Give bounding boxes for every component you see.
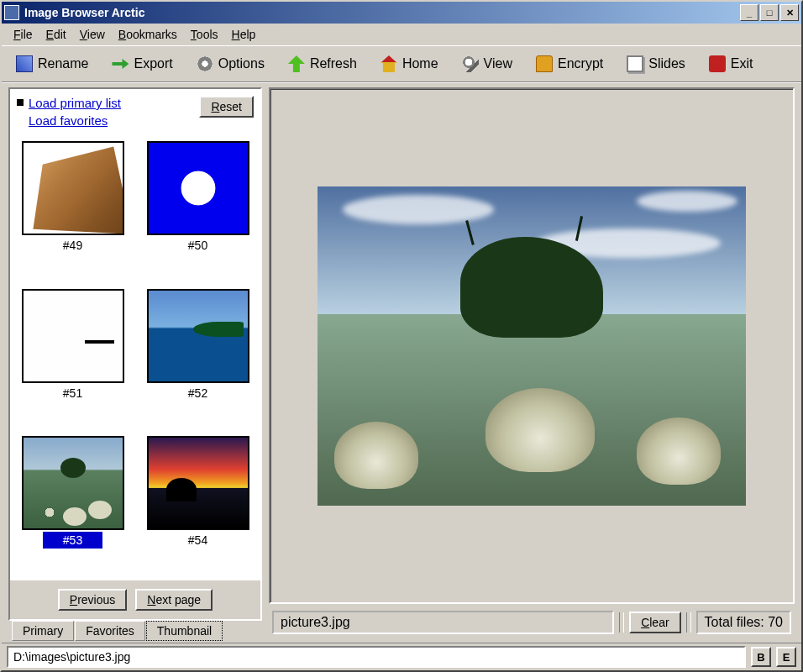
slides-icon	[627, 55, 643, 72]
thumbnail-53[interactable]: #53	[15, 436, 130, 577]
total-files-label: Total files: 70	[696, 611, 791, 634]
titlebar: Image Browser Arctic _ □ ✕	[2, 2, 801, 24]
window-title: Image Browser Arctic	[24, 6, 740, 19]
thumbnail-50[interactable]: #50	[140, 141, 255, 282]
menu-view[interactable]: View	[75, 26, 110, 43]
reset-button[interactable]: Reset	[199, 96, 254, 118]
tab-primary[interactable]: Primary	[12, 621, 74, 641]
clear-button[interactable]: Clear	[629, 612, 680, 633]
export-button[interactable]: Export	[104, 51, 186, 76]
content-area: Load primary list Load favorites Reset #…	[2, 84, 801, 643]
encrypt-button[interactable]: Encrypt	[528, 51, 617, 76]
lock-icon	[536, 55, 553, 72]
sidebar-tabs: Primary Favorites Thumbnail	[8, 621, 262, 641]
thumbnail-label: #50	[168, 237, 228, 254]
e-button[interactable]: E	[776, 647, 796, 667]
app-icon	[4, 5, 19, 20]
close-button[interactable]: ✕	[780, 4, 799, 21]
menu-tools[interactable]: Tools	[186, 26, 223, 43]
app-window: Image Browser Arctic _ □ ✕ File Edit Vie…	[0, 0, 803, 672]
menu-edit[interactable]: Edit	[41, 26, 71, 43]
b-button[interactable]: B	[751, 647, 771, 667]
tab-thumbnail[interactable]: Thumbnail	[146, 621, 223, 641]
next-page-button[interactable]: Next page	[135, 589, 213, 611]
menu-bookmarks[interactable]: Bookmarks	[113, 26, 182, 43]
tab-favorites[interactable]: Favorites	[75, 621, 145, 641]
thumbnail-label: #52	[168, 385, 228, 402]
power-icon	[709, 55, 726, 72]
export-icon	[112, 55, 129, 72]
refresh-icon	[288, 55, 305, 72]
menubar: File Edit View Bookmarks Tools Help	[2, 24, 801, 45]
view-button[interactable]: View	[454, 51, 527, 76]
thumbnail-label: #51	[43, 385, 102, 402]
rename-button[interactable]: Rename	[8, 51, 102, 76]
minimize-button[interactable]: _	[740, 4, 758, 21]
separator	[686, 612, 691, 633]
refresh-button[interactable]: Refresh	[281, 51, 371, 76]
rename-icon	[16, 55, 33, 72]
left-pane: Load primary list Load favorites Reset #…	[8, 87, 262, 641]
thumbnail-label: #49	[43, 237, 102, 254]
home-button[interactable]: Home	[373, 51, 453, 76]
thumbnail-panel: Load primary list Load favorites Reset #…	[8, 87, 262, 621]
search-icon	[462, 55, 479, 72]
thumbnail-grid: #49 #50 #51 #52	[10, 138, 260, 580]
options-button[interactable]: Options	[189, 51, 279, 76]
slides-button[interactable]: Slides	[619, 51, 700, 76]
maximize-button[interactable]: □	[760, 4, 779, 21]
thumbnail-54[interactable]: #54	[140, 436, 255, 577]
separator	[619, 612, 624, 633]
right-pane: picture3.jpg Clear Total files: 70	[269, 87, 795, 641]
thumbnail-label: #53	[43, 532, 102, 549]
previous-button[interactable]: Previous	[58, 589, 127, 611]
preview-panel	[269, 87, 795, 604]
preview-image	[318, 186, 746, 506]
toolbar: Rename Export Options Refresh Home View …	[2, 45, 801, 82]
thumbnail-52[interactable]: #52	[140, 289, 255, 430]
load-favorites-link[interactable]: Load favorites	[17, 113, 199, 128]
bullet-icon	[17, 99, 24, 106]
filename-field: picture3.jpg	[272, 611, 614, 634]
menu-help[interactable]: Help	[227, 26, 261, 43]
gear-icon	[197, 55, 213, 72]
exit-button[interactable]: Exit	[701, 51, 768, 76]
status-bar: D:\images\picture3.jpg B E	[2, 643, 801, 670]
path-field: D:\images\picture3.jpg	[7, 646, 746, 668]
thumbnail-label: #54	[168, 532, 228, 549]
home-icon	[381, 55, 397, 72]
thumbnail-49[interactable]: #49	[15, 141, 130, 282]
load-primary-link[interactable]: Load primary list	[17, 96, 199, 110]
menu-file[interactable]: File	[8, 26, 38, 43]
thumbnail-51[interactable]: #51	[15, 289, 130, 430]
preview-status-row: picture3.jpg Clear Total files: 70	[269, 604, 795, 641]
